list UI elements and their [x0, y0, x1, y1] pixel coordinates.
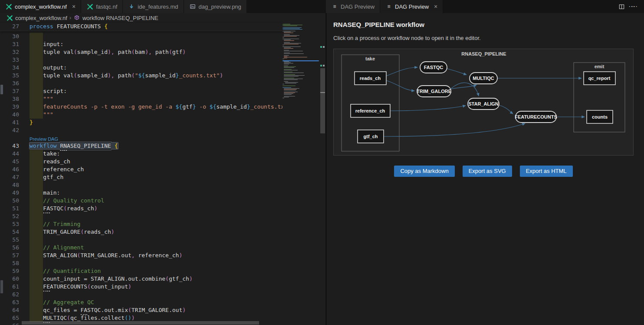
nextflow-icon	[6, 14, 13, 21]
dag-node-counts[interactable]: counts	[587, 110, 613, 123]
svg-text:take: take	[365, 56, 375, 61]
code-line: 35 tuple val(sample_id), path("${sample_…	[0, 72, 283, 80]
dag-node-multiqc[interactable]: MULTIQC	[470, 73, 497, 84]
markdown-icon	[128, 3, 135, 10]
code-line: 58	[0, 259, 283, 267]
dag-edge	[386, 80, 414, 91]
code-line: 31 input:	[0, 40, 283, 48]
breadcrumb-symbol[interactable]: workflow RNASEQ_PIPELINE	[82, 15, 158, 21]
tab-dag-preview-right[interactable]: ≡DAG Preview×	[380, 0, 443, 13]
code-editor[interactable]: 27process FEATURECOUNTS { 3031 input:32 …	[0, 23, 325, 325]
line-number: 38	[0, 95, 19, 103]
code-line: 32 tuple val(sample_id), path(bam), path…	[0, 48, 283, 56]
dag-cluster-label: RNASEQ_PIPELINE	[461, 51, 506, 56]
dag-node-qc-report[interactable]: qc_report	[584, 72, 615, 85]
dag-edge	[499, 105, 513, 114]
code-line: 46 reference_ch	[0, 166, 283, 173]
code-line: 53 // Trimming	[0, 220, 283, 228]
scrollbar-cursor-marker	[320, 92, 325, 93]
tab-label: dag_preview.png	[199, 3, 241, 10]
code-line: 40 """	[0, 111, 283, 119]
tab-fastqc-nf[interactable]: fastqc.nf	[81, 0, 123, 13]
code-line: 41}	[0, 119, 283, 126]
svg-text:STAR_ALIGN: STAR_ALIGN	[468, 101, 499, 106]
editor-pane: complex_workflow.nf › workflow RNASEQ_PI…	[0, 13, 325, 325]
line-number: 52	[0, 212, 19, 220]
preview-dag-codelens[interactable]: Preview DAG	[30, 136, 58, 142]
tab-dag-preview-right[interactable]: ≡DAG Preview	[326, 0, 380, 13]
line-number: 55	[0, 236, 19, 244]
line-number: 53	[0, 220, 19, 228]
code-line: 27process FEATURECOUNTS {	[0, 23, 283, 30]
indent-highlight	[30, 212, 43, 220]
code-line: 64 qc_files = FASTQC.out.mix(TRIM_GALORE…	[0, 306, 283, 314]
editor-tabs-right-group: ≡DAG Preview≡DAG Preview×⋯	[326, 0, 644, 13]
tab-ide-features-md[interactable]: ide_features.md	[123, 0, 184, 13]
line-number: 45	[0, 158, 19, 166]
line-number: 42	[0, 126, 19, 134]
line-number: 41	[0, 119, 19, 126]
copy-as-markdown-button[interactable]: Copy as Markdown	[394, 166, 454, 177]
dag-edge	[447, 69, 467, 75]
code-line: 62	[0, 291, 283, 298]
code-line: 52	[0, 212, 283, 220]
dag-node-reads-ch[interactable]: reads_ch	[355, 72, 386, 85]
breadcrumb-separator-icon: ›	[69, 15, 71, 21]
line-number: 40	[0, 111, 19, 119]
image-icon	[189, 3, 196, 10]
preview-icon: ≡	[385, 3, 392, 10]
tab-complex-workflow-nf[interactable]: complex_workflow.nf×	[0, 0, 81, 13]
indent-highlight	[30, 80, 43, 87]
close-icon[interactable]: ×	[434, 3, 437, 10]
vscode-window: complex_workflow.nf×fastqc.nfide_feature…	[0, 0, 644, 325]
tab-dag-preview-png[interactable]: dag_preview.png	[184, 0, 247, 13]
code-line: 34 output:	[0, 64, 283, 72]
editor-actions: ⋯	[618, 0, 644, 13]
line-number: 35	[0, 72, 19, 80]
line-number: 43	[0, 142, 19, 150]
export-as-html-button[interactable]: Export as HTML	[520, 166, 573, 177]
nextflow-icon	[86, 3, 93, 10]
line-number: 39	[0, 103, 19, 111]
split-editor-icon[interactable]	[618, 3, 625, 10]
svg-text:reference_ch: reference_ch	[355, 108, 385, 113]
line-number: 57	[0, 252, 19, 259]
dag-diagram: RNASEQ_PIPELINE take emit	[333, 49, 634, 156]
minimap[interactable]	[283, 24, 320, 325]
line-number: 48	[0, 181, 19, 189]
dag-node-featurecounts[interactable]: FEATURECOUNTS	[515, 111, 557, 123]
more-actions-icon[interactable]: ⋯	[631, 3, 638, 10]
dag-node-reference-ch[interactable]: reference_ch	[351, 104, 390, 117]
workflow-symbol-icon	[73, 14, 80, 21]
indent-highlight	[30, 56, 43, 64]
line-number: 47	[0, 173, 19, 181]
svg-text:TRIM_GALORE: TRIM_GALORE	[417, 89, 451, 94]
indent-highlight	[30, 236, 43, 244]
code-line: 59 // Quantification	[0, 267, 283, 275]
export-as-svg-button[interactable]: Export as SVG	[463, 166, 512, 177]
tab-label: ide_features.md	[138, 3, 178, 10]
close-icon[interactable]: ×	[72, 3, 76, 10]
vertical-scrollbar[interactable]	[320, 23, 325, 325]
code-line: 38 """	[0, 95, 283, 103]
export-button-row: Copy as MarkdownExport as SVGExport as H…	[333, 166, 634, 177]
vertical-scrollbar-thumb[interactable]	[320, 68, 325, 133]
line-number: 51	[0, 205, 19, 212]
nextflow-icon	[5, 3, 12, 10]
dag-node-trim-galore[interactable]: TRIM_GALORE	[417, 86, 451, 97]
editor-tab-bar: complex_workflow.nf×fastqc.nfide_feature…	[0, 0, 644, 13]
panel-title: RNASEQ_PIPELINE workflow	[333, 20, 644, 29]
breadcrumb-file[interactable]: complex_workflow.nf	[15, 15, 67, 21]
svg-text:counts: counts	[592, 114, 608, 119]
code-lines[interactable]: 3031 input:32 tuple val(sample_id), path…	[0, 33, 283, 325]
sticky-scroll-line[interactable]: 27process FEATURECOUNTS {	[0, 23, 283, 31]
horizontal-scrollbar-thumb[interactable]	[22, 321, 259, 325]
code-line: 60 count_input = STAR_ALIGN.out.combine(…	[0, 275, 283, 283]
line-number: 49	[0, 189, 19, 197]
code-line: 63 // Aggregate QC	[0, 298, 283, 306]
dag-node-gtf-ch[interactable]: gtf_ch	[358, 130, 384, 143]
dag-node-star-align[interactable]: STAR_ALIGN	[468, 98, 499, 109]
dag-edge	[451, 83, 479, 96]
dag-node-fastqc[interactable]: FASTQC	[420, 62, 447, 73]
code-line: 45 reads_ch	[0, 158, 283, 166]
